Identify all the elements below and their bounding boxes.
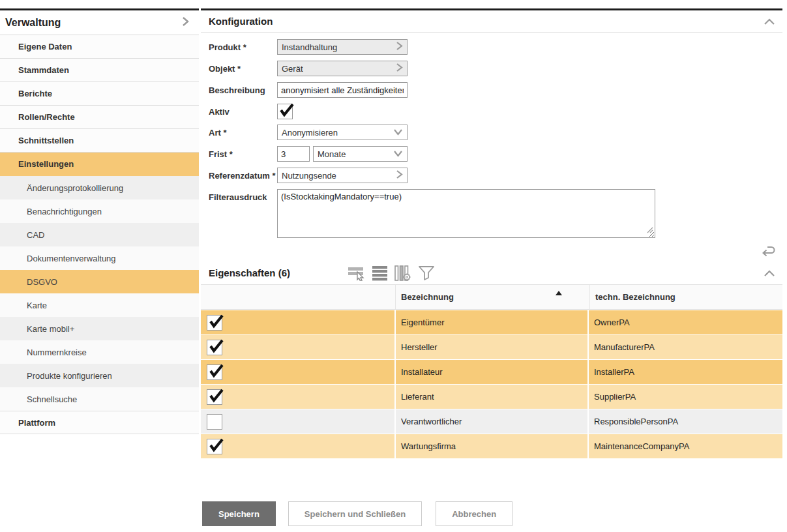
sidebar-item-einstellungen[interactable]: Einstellungen — [0, 153, 199, 176]
table-row[interactable]: Eigentümer OwnerPA — [201, 310, 782, 334]
bezeichnung-cell: Eigentümer — [396, 310, 589, 334]
sidebar-item-berichte[interactable]: Berichte — [0, 82, 199, 106]
beschreibung-input[interactable] — [277, 82, 408, 98]
art-label: Art * — [209, 125, 277, 140]
cancel-button[interactable]: Abbrechen — [436, 501, 512, 526]
art-select[interactable]: Anonymisieren — [277, 125, 408, 140]
table-row[interactable]: Installateur InstallerPA — [201, 360, 782, 384]
sidebar-item-label: CAD — [27, 230, 44, 240]
check-icon — [278, 102, 295, 118]
sort-ascending-icon — [556, 291, 562, 295]
sidebar-item-dokumentenverwaltung[interactable]: Dokumentenverwaltung — [0, 246, 199, 270]
sidebar-item-aenderungsprotokollierung[interactable]: Änderungsprotokollierung — [0, 176, 199, 200]
undo-button[interactable] — [760, 244, 777, 260]
bezeichnung-column-header[interactable]: Bezeichnung — [396, 285, 590, 309]
referenzdatum-label: Referenzdatum * — [209, 168, 277, 183]
techn-bezeichnung-column-header[interactable]: techn. Bezeichnung — [590, 292, 782, 302]
sidebar-item-cad[interactable]: CAD — [0, 223, 199, 246]
techn-bezeichnung-cell: OwnerPA — [589, 310, 782, 334]
techn-bezeichnung-column-label: techn. Bezeichnung — [595, 292, 676, 302]
filter-icon[interactable] — [418, 265, 435, 281]
sidebar-header[interactable]: Verwaltung — [0, 10, 199, 35]
check-icon — [208, 338, 225, 354]
sidebar-item-dsgvo[interactable]: DSGVO — [0, 270, 199, 293]
sidebar-item-karte-mobil[interactable]: Karte mobil+ — [0, 317, 199, 340]
check-icon — [208, 437, 225, 453]
collapse-konfiguration-button[interactable] — [763, 18, 776, 25]
konfiguration-header: Konfiguration — [201, 10, 782, 33]
table-row[interactable]: Lieferant SupplierPA — [201, 385, 782, 409]
techn-bezeichnung-cell: SupplierPA — [589, 385, 782, 409]
sidebar-item-nummernkreise[interactable]: Nummernkreise — [0, 340, 199, 364]
table-row[interactable]: Hersteller ManufacturerPA — [201, 335, 782, 359]
chevron-right-icon — [396, 170, 403, 181]
filterausdruck-textarea[interactable]: (IsStocktakingMandatory==true) — [277, 189, 655, 238]
frist-unit-select[interactable]: Monate — [313, 146, 408, 162]
aktiv-checkbox[interactable] — [277, 104, 293, 119]
techn-bezeichnung-cell: MaintenanceCompanyPA — [589, 434, 782, 458]
row-checkbox[interactable] — [207, 340, 222, 355]
referenzdatum-value: Nutzungsende — [282, 171, 336, 181]
sidebar-item-label: Karte — [27, 301, 47, 310]
frist-label: Frist * — [209, 146, 277, 162]
konfiguration-form: Produkt * Instandhaltung Objekt * Gerät … — [201, 33, 782, 241]
check-icon — [208, 388, 225, 404]
checkbox-column-header — [201, 285, 396, 309]
check-icon — [208, 363, 225, 379]
row-checkbox[interactable] — [207, 439, 222, 454]
main-panel: Konfiguration Produkt * Instandhaltung O… — [201, 8, 782, 458]
bezeichnung-cell: Installateur — [396, 360, 589, 384]
objekt-label: Objekt * — [209, 61, 277, 76]
sidebar-item-benachrichtigungen[interactable]: Benachrichtigungen — [0, 200, 199, 223]
sidebar-item-label: Änderungsprotokollierung — [27, 183, 123, 193]
sidebar-item-produkte-konfigurieren[interactable]: Produkte konfigurieren — [0, 364, 199, 387]
collapse-eigenschaften-button[interactable] — [763, 269, 776, 277]
row-checkbox[interactable] — [207, 414, 222, 430]
sidebar-item-label: Schnittstellen — [18, 136, 74, 145]
sidebar-item-rollen-rechte[interactable]: Rollen/Rechte — [0, 106, 199, 129]
sidebar-item-schnellsuche[interactable]: Schnellsuche — [0, 387, 199, 411]
row-checkbox[interactable] — [207, 364, 222, 380]
konfiguration-title: Konfiguration — [209, 16, 273, 27]
sidebar-item-label: Dokumentenverwaltung — [27, 254, 116, 263]
row-checkbox[interactable] — [207, 315, 222, 331]
sidebar-item-schnittstellen[interactable]: Schnittstellen — [0, 129, 199, 153]
aktiv-label: Aktiv — [209, 104, 277, 119]
chevron-down-icon — [393, 128, 403, 138]
sidebar-item-label: Berichte — [18, 89, 52, 98]
bezeichnung-cell: Wartungsfirma — [396, 434, 589, 458]
sidebar-item-plattform[interactable]: Plattform — [0, 411, 199, 434]
sidebar-item-karte[interactable]: Karte — [0, 293, 199, 317]
techn-bezeichnung-cell: ManufacturerPA — [589, 335, 782, 359]
table-row[interactable]: Wartungsfirma MaintenanceCompanyPA — [201, 434, 782, 458]
save-button[interactable]: Speichern — [202, 501, 276, 526]
sidebar-item-label: Rollen/Rechte — [18, 112, 75, 122]
sidebar-item-label: Schnellsuche — [27, 394, 77, 404]
column-settings-icon[interactable] — [394, 265, 412, 281]
art-value: Anonymisieren — [282, 128, 338, 138]
eigenschaften-header: Eigenschaften (6) — [201, 261, 782, 285]
frist-unit-value: Monate — [318, 149, 346, 159]
sidebar: Verwaltung Eigene Daten Stammdaten Beric… — [0, 8, 199, 434]
button-bar: Speichern Speichern und Schließen Abbrec… — [202, 501, 526, 526]
chevron-down-icon — [393, 149, 403, 159]
techn-bezeichnung-cell: ResponsiblePersonPA — [589, 409, 782, 434]
objekt-lookup-field[interactable]: Gerät — [277, 61, 408, 76]
bezeichnung-cell: Verantwortlicher — [396, 409, 589, 434]
sidebar-item-label: Einstellungen — [18, 159, 74, 169]
produkt-value: Instandhaltung — [282, 42, 337, 52]
eigenschaften-toolbar — [348, 265, 763, 281]
sidebar-item-label: Plattform — [18, 418, 55, 428]
referenzdatum-lookup-field[interactable]: Nutzungsende — [277, 168, 408, 183]
rows-icon[interactable] — [372, 265, 388, 281]
produkt-lookup-field[interactable]: Instandhaltung — [277, 39, 408, 55]
produkt-label: Produkt * — [209, 39, 277, 55]
chevron-right-icon — [181, 16, 190, 30]
select-rows-icon[interactable] — [348, 265, 366, 281]
sidebar-item-eigene-daten[interactable]: Eigene Daten — [0, 35, 199, 59]
table-row[interactable]: Verantwortlicher ResponsiblePersonPA — [201, 409, 782, 434]
sidebar-item-stammdaten[interactable]: Stammdaten — [0, 59, 199, 82]
frist-input[interactable] — [277, 146, 310, 162]
save-and-close-button[interactable]: Speichern und Schließen — [288, 501, 422, 526]
row-checkbox[interactable] — [207, 389, 222, 405]
